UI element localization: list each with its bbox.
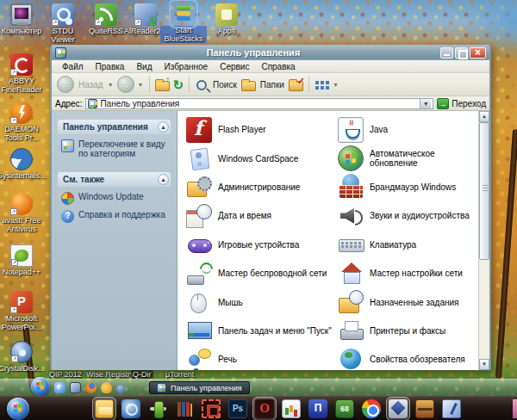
library-app-taskbar-icon[interactable] [175, 399, 194, 418]
desktop-icon-label[interactable]: Wise Registry [86, 370, 134, 379]
cp-item-sounds-audio[interactable]: Звуки и аудиоустройства [338, 201, 478, 230]
cp-item-keyboard[interactable]: Клавиатура [338, 231, 478, 259]
back-button[interactable]: ← [57, 76, 74, 93]
desktop-icon-abbyy-finereader[interactable]: ↗ ABBYY FineReader [0, 53, 45, 94]
menu-tools[interactable]: Сервис [215, 61, 254, 72]
sidebar-section-see-also[interactable]: См. также ▲ [58, 172, 171, 187]
taskbar-button-control-panel[interactable]: Панель управления [149, 381, 250, 394]
cp-item-scheduled-tasks[interactable]: Назначенные задания [338, 287, 478, 316]
cp-item-wireless-wizard[interactable]: Мастер беспроводной сети [186, 259, 338, 287]
desktop-icon-computer[interactable]: Компьютер [0, 3, 45, 35]
scroll-up-icon[interactable]: ▲ [479, 111, 489, 122]
explorer-taskbar-icon[interactable] [95, 399, 114, 418]
desktop-icon-powerpoint[interactable]: ↗ Microsoft PowerPoi... [0, 291, 45, 331]
forward-button[interactable]: → [117, 76, 134, 93]
refresh-icon[interactable]: ↻ [173, 78, 184, 91]
sidebar-section-control-panel[interactable]: Панель управления ▲ [58, 120, 171, 134]
menu-favorites[interactable]: Избранное [159, 61, 213, 72]
go-button[interactable]: → Переход [437, 98, 486, 109]
up-button[interactable] [155, 81, 170, 91]
menu-file[interactable]: Файл [57, 61, 89, 72]
collapse-chevron-icon[interactable]: ▲ [158, 121, 169, 133]
scroll-down-icon[interactable]: ▼ [479, 359, 489, 370]
windows-firewall-icon [338, 174, 364, 200]
title-bar[interactable]: Панель управления [52, 45, 489, 60]
collapse-chevron-icon[interactable]: ▲ [158, 174, 169, 185]
translator-app-taskbar-icon[interactable] [148, 399, 167, 418]
wireless-wizard-icon [186, 261, 212, 287]
photoshop-taskbar-icon[interactable]: Ps [228, 399, 247, 418]
views-dropdown-icon[interactable]: ▼ [333, 82, 339, 88]
notes-app-taskbar-icon[interactable] [442, 399, 461, 418]
back-dropdown-icon[interactable]: ▼ [108, 82, 114, 88]
desktop-icon-apps[interactable]: Apps [203, 3, 250, 35]
cp-item-internet-options[interactable]: Свойства обозревателя [338, 345, 478, 370]
cp-item-mouse[interactable]: Мышь [186, 287, 338, 316]
internet-explorer-quicklaunch-icon[interactable] [54, 382, 65, 393]
start-button-main[interactable] [7, 398, 29, 420]
desktop-icon-crystaldisk[interactable]: ↗ CrystalDisk... [0, 341, 45, 373]
cp-item-windows-cardspace[interactable]: Windows CardSpace [186, 144, 338, 172]
folders-icon[interactable] [241, 81, 256, 91]
search-app-taskbar-icon[interactable] [121, 399, 140, 418]
cp-item-windows-firewall[interactable]: Брандмауэр Windows [338, 173, 478, 201]
firefox-quicklaunch-icon[interactable] [85, 382, 97, 393]
screenshot-app-taskbar-icon[interactable] [202, 399, 221, 418]
desktop-icon-stdu-viewer[interactable]: ↗ STDU Viewer [40, 3, 86, 44]
cp-item-game-controllers[interactable]: Игровые устройства [186, 231, 338, 259]
paw-app-quicklaunch-icon[interactable] [101, 382, 112, 393]
sidebar-item-windows-update[interactable]: Windows Update [61, 192, 169, 205]
partial-taskbar-icon[interactable] [513, 399, 517, 418]
editor-app-taskbar-icon[interactable] [282, 399, 301, 418]
desktop-icon-start-bluestacks[interactable]: Start BlueStacks [160, 3, 207, 43]
forward-dropdown-icon[interactable]: ▼ [138, 82, 144, 88]
views-icon[interactable] [315, 80, 329, 92]
address-input[interactable]: Панель управления ▼ [85, 98, 433, 109]
menu-view[interactable]: Вид [131, 61, 157, 72]
vertical-scrollbar[interactable]: ▲ ▼ [478, 111, 489, 370]
p-app-taskbar-icon[interactable]: П [308, 399, 327, 418]
sidebar-item-help-support[interactable]: Справка и поддержка [61, 210, 169, 223]
cp-item-administrative-tools[interactable]: Администрирование [186, 173, 338, 201]
search-icon[interactable] [196, 80, 207, 90]
cp-item-flash-player[interactable]: Flash Player [186, 115, 338, 144]
chest-app-taskbar-icon[interactable] [415, 399, 434, 418]
cp-item-date-time[interactable]: Дата и время [186, 201, 338, 230]
menu-edit[interactable]: Правка [90, 61, 130, 72]
folder-sync-icon[interactable] [289, 81, 303, 91]
window-title: Панель управления [66, 47, 440, 58]
desktop-icon-label[interactable]: Q-Dir [131, 370, 153, 379]
close-button[interactable] [470, 47, 486, 59]
virtualbox-taskbar-icon[interactable] [389, 399, 408, 418]
start-button-secondary[interactable] [31, 377, 50, 396]
folders-button-label[interactable]: Папки [260, 80, 284, 90]
badge-app-taskbar-icon[interactable]: 68 [335, 399, 354, 418]
desktop-icon-avast[interactable]: ↗ avast! Free Antivirus [0, 193, 45, 233]
sidebar-item-switch-to-category-view[interactable]: Переключение к виду по категориям [61, 139, 169, 158]
menu-help[interactable]: Справка [256, 61, 300, 72]
desktop-icon-sysinternals[interactable]: Sysinternals... [0, 148, 45, 180]
desktop-icon-label: CrystalDisk... [0, 364, 45, 373]
opera-taskbar-icon[interactable]: O [255, 399, 274, 418]
cp-item-automatic-updates[interactable]: Автоматическое обновление [338, 144, 478, 172]
cp-item-printers-faxes[interactable]: Принтеры и факсы [338, 317, 478, 345]
cp-item-network-setup-wizard[interactable]: Мастер настройки сети [338, 259, 478, 287]
cp-item-taskbar-start-menu[interactable]: Панель задач и меню "Пуск" [186, 317, 338, 345]
cp-item-speech[interactable]: Речь [186, 345, 338, 370]
desktop-icon-label[interactable]: µTorrent [165, 370, 194, 379]
scrollbar-track[interactable] [479, 260, 489, 359]
address-dropdown-icon[interactable]: ▼ [420, 99, 431, 108]
desktop-icon-notepad-plus-plus[interactable]: ↗ Notepad++ [0, 244, 45, 276]
small-app-quicklaunch-icon[interactable] [116, 385, 125, 393]
minimize-button[interactable] [440, 47, 453, 59]
maximize-button[interactable] [455, 47, 468, 59]
desktop-icon-label[interactable]: QIP 2012 [49, 370, 82, 379]
explorer-quicklaunch-icon[interactable] [70, 382, 81, 393]
search-button-label[interactable]: Поиск [213, 80, 237, 90]
desktop-icon-daemon-tools[interactable]: ↗ DAEMON Tools Pr... [0, 102, 45, 142]
cp-item-java[interactable]: Java [338, 115, 478, 144]
scrollbar-thumb[interactable] [479, 122, 489, 260]
chrome-taskbar-icon[interactable] [362, 399, 381, 418]
toolbar: ← Назад ▼ → ▼ ↻ Поиск Папки ▼ [52, 73, 489, 96]
desktop-icon-label: DAEMON Tools Pr... [0, 125, 45, 142]
